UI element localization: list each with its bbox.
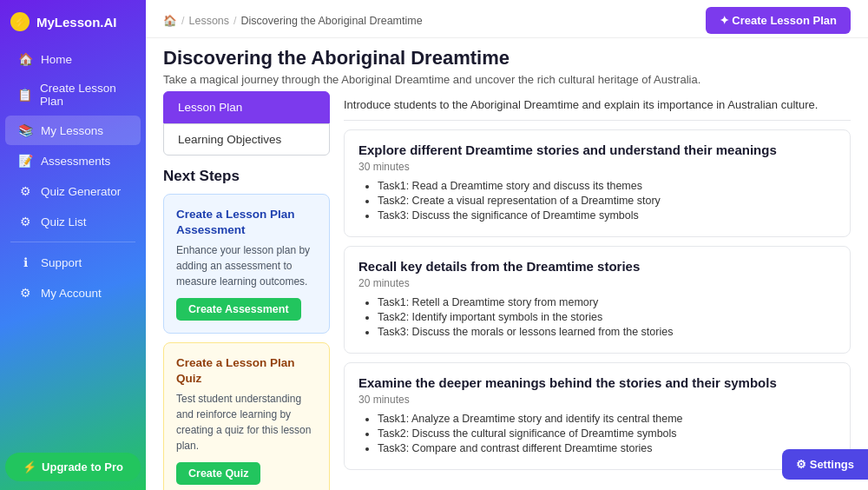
sidebar-item-label: Home xyxy=(41,53,72,66)
lesson-intro: Introduce students to the Aboriginal Dre… xyxy=(344,91,851,121)
quiz-gen-icon: ⚙ xyxy=(17,183,33,199)
quiz-card-desc: Test student understanding and reinforce… xyxy=(176,391,317,454)
sidebar-item-label: Assessments xyxy=(41,155,110,168)
topbar: 🏠 / Lessons / Discovering the Aboriginal… xyxy=(146,0,868,38)
settings-button[interactable]: ⚙ Settings xyxy=(782,449,868,480)
sidebar-item-quiz-list[interactable]: ⚙ Quiz List xyxy=(5,207,141,236)
task-item: Task2: Discuss the cultural significance… xyxy=(378,427,836,440)
create-lesson-icon: 📋 xyxy=(17,87,32,103)
right-panel: Introduce students to the Aboriginal Dre… xyxy=(344,91,851,481)
sidebar-item-label: Quiz Generator xyxy=(41,185,121,198)
left-panel: Lesson Plan Learning Objectives Next Ste… xyxy=(163,91,330,481)
upgrade-icon: ⚡ xyxy=(23,460,36,473)
page-description: Take a magical journey through the Abori… xyxy=(163,73,851,86)
tab-lesson-plan[interactable]: Lesson Plan xyxy=(163,91,330,123)
task-item: Task1: Retell a Dreamtime story from mem… xyxy=(378,296,836,308)
page-header: Discovering the Aboriginal Dreamtime Tak… xyxy=(146,38,868,91)
support-icon: ℹ xyxy=(17,255,33,270)
section-title: Recall key details from the Dreamtime st… xyxy=(358,259,836,274)
logo-icon: ⚡ xyxy=(10,12,30,31)
task-item: Task3: Discuss the significance of Dream… xyxy=(378,209,836,222)
account-icon: ⚙ xyxy=(17,285,33,301)
section-duration: 20 minutes xyxy=(358,277,836,289)
sidebar-bottom: ⚡ Upgrade to Pro xyxy=(0,446,146,490)
sidebar-item-my-lessons[interactable]: 📚 My Lessons xyxy=(5,116,141,145)
sidebar-item-assessments[interactable]: 📝 Assessments xyxy=(5,146,141,175)
lessons-icon: 📚 xyxy=(17,122,33,138)
sidebar-item-label: Quiz List xyxy=(41,215,87,228)
task-item: Task1: Read a Dreamtime story and discus… xyxy=(378,180,836,192)
assessment-card-desc: Enhance your lesson plan by adding an as… xyxy=(176,242,317,289)
sidebar-divider xyxy=(10,242,135,242)
assessment-card-title: Create a Lesson Plan Assessment xyxy=(176,207,317,237)
quiz-card-title: Create a Lesson Plan Quiz xyxy=(176,355,317,386)
tab-learning-objectives[interactable]: Learning Objectives xyxy=(163,123,330,156)
task-list: Task1: Analyze a Dreamtime story and ide… xyxy=(358,413,836,454)
page-title: Discovering the Aboriginal Dreamtime xyxy=(163,47,851,70)
sidebar-item-create-lesson-plan[interactable]: 📋 Create Lesson Plan xyxy=(5,75,141,115)
section-duration: 30 minutes xyxy=(358,161,836,173)
sidebar-item-label: Support xyxy=(41,256,82,269)
task-list: Task1: Retell a Dreamtime story from mem… xyxy=(358,296,836,338)
lesson-section: Examine the deeper meanings behind the s… xyxy=(344,362,851,470)
task-list: Task1: Read a Dreamtime story and discus… xyxy=(358,180,836,222)
quiz-list-icon: ⚙ xyxy=(17,214,33,229)
breadcrumb: 🏠 / Lessons / Discovering the Aboriginal… xyxy=(163,14,423,27)
quiz-card: Create a Lesson Plan Quiz Test student u… xyxy=(163,342,330,490)
sidebar-item-my-account[interactable]: ⚙ My Account xyxy=(5,278,141,308)
create-quiz-button[interactable]: Create Quiz xyxy=(176,462,260,485)
app-logo[interactable]: ⚡ MyLesson.AI xyxy=(0,0,146,40)
sidebar-item-home[interactable]: 🏠 Home xyxy=(5,44,141,74)
sidebar-nav: 🏠 Home 📋 Create Lesson Plan 📚 My Lessons… xyxy=(0,40,146,446)
home-icon: 🏠 xyxy=(17,51,33,67)
sidebar-item-label: My Lessons xyxy=(41,124,103,137)
task-item: Task1: Analyze a Dreamtime story and ide… xyxy=(378,413,836,425)
create-lesson-plan-button[interactable]: ✦ Create Lesson Plan xyxy=(706,7,851,34)
sidebar-item-label: Create Lesson Plan xyxy=(40,82,128,108)
task-item: Task3: Compare and contrast different Dr… xyxy=(378,442,836,454)
breadcrumb-current: Discovering the Aboriginal Dreamtime xyxy=(241,15,423,27)
breadcrumb-lessons[interactable]: Lessons xyxy=(188,15,229,27)
sidebar-item-support[interactable]: ℹ Support xyxy=(5,248,141,277)
next-steps-heading: Next Steps xyxy=(163,168,330,185)
main-content: 🏠 / Lessons / Discovering the Aboriginal… xyxy=(146,0,868,490)
upgrade-to-pro-button[interactable]: ⚡ Upgrade to Pro xyxy=(5,453,141,481)
task-item: Task3: Discuss the morals or lessons lea… xyxy=(378,326,836,338)
sidebar-item-quiz-generator[interactable]: ⚙ Quiz Generator xyxy=(5,176,141,206)
breadcrumb-home-icon[interactable]: 🏠 xyxy=(163,14,177,27)
task-item: Task2: Identify important symbols in the… xyxy=(378,311,836,323)
app-name: MyLesson.AI xyxy=(36,15,117,30)
content-area: Lesson Plan Learning Objectives Next Ste… xyxy=(146,91,868,490)
section-duration: 30 minutes xyxy=(358,394,836,406)
section-title: Examine the deeper meanings behind the s… xyxy=(358,375,836,390)
sidebar: ⚡ MyLesson.AI 🏠 Home 📋 Create Lesson Pla… xyxy=(0,0,146,490)
assessments-icon: 📝 xyxy=(17,153,33,169)
task-item: Task2: Create a visual representation of… xyxy=(378,195,836,207)
lesson-section: Explore different Dreamtime stories and … xyxy=(344,129,851,237)
create-assessment-button[interactable]: Create Assessment xyxy=(176,298,301,321)
assessment-card: Create a Lesson Plan Assessment Enhance … xyxy=(163,194,330,334)
section-title: Explore different Dreamtime stories and … xyxy=(358,142,836,157)
lesson-section: Recall key details from the Dreamtime st… xyxy=(344,246,851,354)
sidebar-item-label: My Account xyxy=(41,287,102,300)
tab-group: Lesson Plan Learning Objectives xyxy=(163,91,330,156)
